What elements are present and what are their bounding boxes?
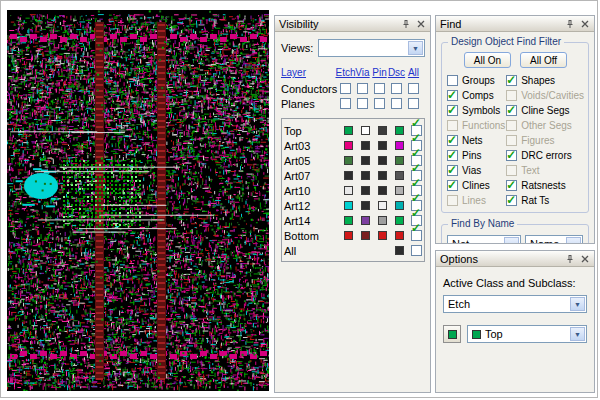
dsc-color-swatch[interactable] [395,246,404,255]
pin-color-swatch[interactable] [378,216,387,225]
via-color-swatch[interactable] [361,126,370,135]
checkbox[interactable] [506,165,517,176]
dsc-color-swatch[interactable] [395,156,404,165]
checkbox[interactable] [506,180,517,191]
all-off-button[interactable]: All Off [520,52,567,68]
find-filter-item[interactable]: Lines [447,193,506,208]
dropdown-arrow-icon[interactable]: ▼ [566,237,581,243]
find-filter-item[interactable]: Vias [447,163,506,178]
pin-color-swatch[interactable] [378,186,387,195]
conductors-etch-checkbox[interactable] [340,83,351,94]
close-icon[interactable] [415,18,426,29]
planes-via-checkbox[interactable] [357,98,368,109]
column-link-pin[interactable]: Pin [372,67,386,78]
find-filter-item[interactable]: Rat Ts [506,193,584,208]
views-dropdown[interactable]: ▼ [318,39,425,57]
checkbox[interactable] [506,150,517,161]
column-link-layer[interactable]: Layer [281,67,306,78]
via-color-swatch[interactable] [361,216,370,225]
pcb-canvas[interactable] [7,10,269,391]
checkbox[interactable] [447,120,458,131]
checkbox[interactable] [447,150,458,161]
pin-color-swatch[interactable] [378,171,387,180]
find-filter-item[interactable]: Symbols [447,103,506,118]
conductors-all-checkbox[interactable] [408,83,419,94]
checkbox[interactable] [447,195,458,206]
checkbox[interactable] [506,195,517,206]
column-link-all[interactable]: All [408,67,419,78]
via-color-swatch[interactable] [361,186,370,195]
find-filter-item[interactable]: Groups [447,73,506,88]
column-link-etch[interactable]: Etch [336,67,356,78]
checkbox[interactable] [506,135,517,146]
column-link-dsc[interactable]: Dsc [388,67,405,78]
layer-all-checkbox[interactable] [411,230,422,241]
checkbox[interactable] [447,90,458,101]
etch-color-swatch[interactable] [344,201,353,210]
pin-color-swatch[interactable] [378,156,387,165]
checkbox[interactable] [506,90,517,101]
pin-icon[interactable] [564,253,575,264]
active-class-dropdown[interactable]: Etch ▼ [443,295,587,313]
planes-pin-checkbox[interactable] [374,98,385,109]
find-filter-item[interactable]: Voids/Cavities [506,88,584,103]
find-filter-item[interactable]: DRC errors [506,148,584,163]
close-icon[interactable] [579,253,590,264]
etch-color-swatch[interactable] [344,171,353,180]
find-filter-item[interactable]: Functions [447,118,506,133]
checkbox[interactable] [506,75,517,86]
checkbox[interactable] [506,105,517,116]
dropdown-arrow-icon[interactable]: ▼ [570,327,585,341]
layer-all-checkbox[interactable] [411,245,422,256]
all-on-button[interactable]: All On [464,52,511,68]
etch-color-swatch[interactable] [344,186,353,195]
planes-dsc-checkbox[interactable] [391,98,402,109]
pin-icon[interactable] [564,18,575,29]
via-color-swatch[interactable] [361,201,370,210]
find-filter-item[interactable]: Cline Segs [506,103,584,118]
etch-color-swatch[interactable] [344,156,353,165]
etch-color-swatch[interactable] [344,216,353,225]
checkbox[interactable] [447,165,458,176]
dropdown-arrow-icon[interactable]: ▼ [504,237,519,243]
dropdown-arrow-icon[interactable]: ▼ [570,297,585,311]
find-filter-item[interactable]: Clines [447,178,506,193]
checkbox[interactable] [447,135,458,146]
via-color-swatch[interactable] [361,156,370,165]
dsc-color-swatch[interactable] [395,216,404,225]
find-by-name-dropdown[interactable]: Name ▼ [525,235,583,243]
dsc-color-swatch[interactable] [395,126,404,135]
etch-color-swatch[interactable] [344,141,353,150]
dsc-color-swatch[interactable] [395,171,404,180]
find-by-type-dropdown[interactable]: Net ▼ [447,235,521,243]
etch-color-swatch[interactable] [344,126,353,135]
planes-etch-checkbox[interactable] [340,98,351,109]
find-filter-item[interactable]: Pins [447,148,506,163]
dsc-color-swatch[interactable] [395,186,404,195]
planes-all-checkbox[interactable] [408,98,419,109]
etch-color-swatch[interactable] [344,231,353,240]
via-color-swatch[interactable] [361,141,370,150]
subclass-color-button[interactable] [443,325,461,343]
conductors-via-checkbox[interactable] [357,83,368,94]
dsc-color-swatch[interactable] [395,231,404,240]
active-subclass-dropdown[interactable]: Top ▼ [467,325,587,343]
checkbox[interactable] [447,105,458,116]
pin-color-swatch[interactable] [378,201,387,210]
find-filter-item[interactable]: Other Segs [506,118,584,133]
find-filter-item[interactable]: Ratsnests [506,178,584,193]
pin-color-swatch[interactable] [378,141,387,150]
dropdown-arrow-icon[interactable]: ▼ [408,41,423,55]
checkbox[interactable] [447,180,458,191]
find-filter-item[interactable]: Figures [506,133,584,148]
find-filter-item[interactable]: Text [506,163,584,178]
dsc-color-swatch[interactable] [395,141,404,150]
via-color-swatch[interactable] [361,171,370,180]
find-filter-item[interactable]: Nets [447,133,506,148]
checkbox[interactable] [447,75,458,86]
find-filter-item[interactable]: Shapes [506,73,584,88]
via-color-swatch[interactable] [361,231,370,240]
conductors-dsc-checkbox[interactable] [391,83,402,94]
find-filter-item[interactable]: Comps [447,88,506,103]
pin-color-swatch[interactable] [378,231,387,240]
